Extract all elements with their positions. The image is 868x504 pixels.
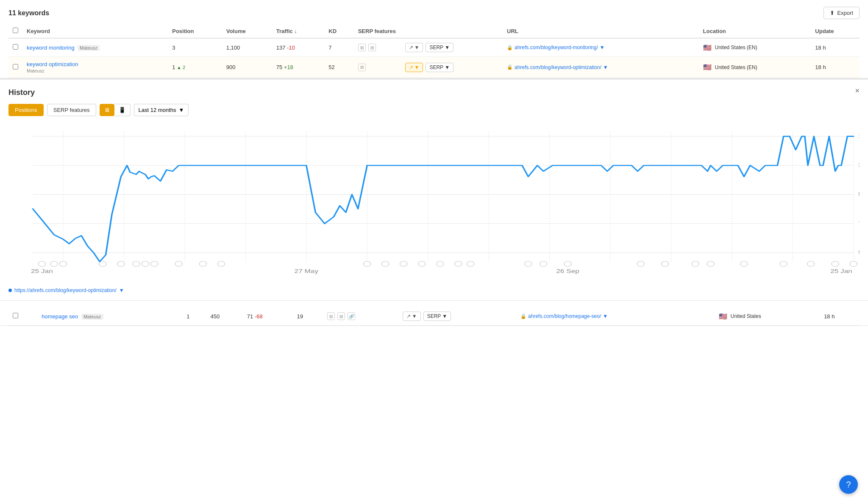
serp-icon-3: 🔗 xyxy=(348,312,355,320)
location-text: United States (EN) xyxy=(715,64,757,70)
svg-text:26 Sep: 26 Sep xyxy=(556,268,579,274)
svg-point-56 xyxy=(832,261,839,267)
trend-chart-button-active[interactable]: ↗ ▼ xyxy=(405,63,423,72)
device-mobile-button[interactable]: 📱 xyxy=(114,104,131,116)
svg-point-32 xyxy=(117,261,125,267)
history-controls: Positions SERP features 🖥 📱 Last 12 mont… xyxy=(8,104,860,116)
svg-text:25 Jan: 25 Jan xyxy=(31,268,53,274)
device-group: 🖥 📱 xyxy=(100,104,131,116)
url-dropdown-icon: ▼ xyxy=(603,64,608,70)
traffic-change: +18 xyxy=(284,64,293,70)
traffic-cell: 75 +18 xyxy=(272,57,325,78)
update-cell: 18 h xyxy=(811,38,860,57)
device-desktop-button[interactable]: 🖥 xyxy=(100,104,114,116)
location-cell: 🇺🇸 United States (EN) xyxy=(703,63,807,71)
url-link[interactable]: ahrefs.com/blog/keyword-optimization/ xyxy=(515,64,601,70)
traffic-change: -10 xyxy=(287,45,295,51)
chart-legend: https://ahrefs.com/blog/keyword-optimiza… xyxy=(8,287,860,293)
lock-icon: 🔒 xyxy=(507,64,513,70)
svg-point-45 xyxy=(467,261,474,267)
period-select[interactable]: Last 12 months ▼ xyxy=(134,104,189,116)
serp-button[interactable]: SERP ▼ xyxy=(423,312,451,321)
row-checkbox[interactable] xyxy=(13,44,18,50)
svg-point-52 xyxy=(707,261,714,267)
svg-point-47 xyxy=(540,261,547,267)
chart-container: 1 3 5 7 9 25 Jan 27 May 26 Sep 25 Jan xyxy=(8,123,860,284)
svg-point-42 xyxy=(418,261,426,267)
traffic-cell: 71 -68 xyxy=(243,307,293,326)
pos-change: ▲ 2 xyxy=(177,65,185,70)
export-button[interactable]: ⬆ Export xyxy=(823,7,860,19)
svg-point-31 xyxy=(99,261,106,267)
serp-button[interactable]: SERP ▼ xyxy=(426,63,453,72)
close-button[interactable]: × xyxy=(855,86,860,95)
row-checkbox[interactable] xyxy=(13,313,18,318)
svg-point-36 xyxy=(175,261,182,267)
col-kd: KD xyxy=(324,24,353,38)
history-title: History xyxy=(8,88,860,97)
svg-point-44 xyxy=(455,261,462,267)
col-volume: Volume xyxy=(222,24,272,38)
export-icon: ⬆ xyxy=(830,10,835,16)
trend-up-icon: ↗ xyxy=(406,313,411,319)
dropdown-icon: ▼ xyxy=(415,64,420,70)
url-cell: 🔒 ahrefs.com/blog/keyword-optimization/ … xyxy=(507,64,695,70)
url-link[interactable]: ahrefs.com/blog/keyword-monitoring/ xyxy=(515,45,598,50)
serp-icon-1: ⊟ xyxy=(327,312,335,320)
row-checkbox[interactable] xyxy=(13,64,18,70)
col-update: Update xyxy=(811,24,860,38)
serp-icon-1: ⊟ xyxy=(358,64,366,71)
chart-line xyxy=(33,136,853,262)
url-dropdown-icon: ▼ xyxy=(603,313,608,319)
trend-chart-button[interactable]: ↗ ▼ xyxy=(405,43,423,52)
update-cell: 18 h xyxy=(811,57,860,78)
serp-dropdown-icon: ▼ xyxy=(445,45,450,50)
svg-point-28 xyxy=(38,261,45,267)
row-actions: ↗ ▼ SERP ▼ xyxy=(405,63,498,72)
svg-point-46 xyxy=(525,261,532,267)
kd-cell: 7 xyxy=(324,38,353,57)
svg-text:5: 5 xyxy=(858,191,860,197)
svg-point-39 xyxy=(364,261,371,267)
serp-icons: ⊟ xyxy=(358,64,397,71)
history-panel: History × Positions SERP features 🖥 📱 La… xyxy=(0,78,868,301)
mobile-icon: 📱 xyxy=(119,107,126,113)
author-badge: Mateusz xyxy=(81,314,103,320)
svg-point-38 xyxy=(217,261,225,267)
traffic-cell: 137 -10 xyxy=(272,38,325,57)
serp-dropdown-icon: ▼ xyxy=(442,313,447,319)
location-cell: 🇺🇸 United States (EN) xyxy=(703,44,807,52)
svg-point-49 xyxy=(637,261,644,267)
url-link[interactable]: ahrefs.com/blog/homepage-seo/ xyxy=(528,313,601,319)
keyword-link[interactable]: keyword monitoring xyxy=(27,45,75,51)
keyword-link[interactable]: homepage seo xyxy=(42,313,78,320)
tab-serp-features[interactable]: SERP features xyxy=(47,104,96,116)
legend-url[interactable]: https://ahrefs.com/blog/keyword-optimiza… xyxy=(14,287,117,293)
flag-icon: 🇺🇸 xyxy=(703,44,712,52)
keyword-link[interactable]: keyword optimization xyxy=(27,61,78,67)
location-cell: 🇺🇸 United States xyxy=(719,312,815,320)
svg-point-54 xyxy=(780,261,787,267)
trend-chart-button[interactable]: ↗ ▼ xyxy=(403,312,421,321)
dropdown-icon: ▼ xyxy=(412,313,417,319)
serp-button[interactable]: SERP ▼ xyxy=(426,43,453,52)
svg-point-40 xyxy=(382,261,389,267)
export-label: Export xyxy=(837,10,853,16)
svg-point-35 xyxy=(151,261,158,267)
table-row: keyword monitoring Mateusz 3 1,100 137 -… xyxy=(8,38,860,57)
serp-icons: ⊟ ⊟ 🔗 xyxy=(327,312,394,320)
svg-point-30 xyxy=(59,261,67,267)
col-location: Location xyxy=(699,24,811,38)
serp-icon-1: ⊟ xyxy=(358,44,366,51)
volume-cell: 900 xyxy=(222,57,272,78)
dropdown-icon: ▼ xyxy=(415,45,420,50)
select-all-checkbox[interactable] xyxy=(13,28,18,33)
col-serp: SERP features xyxy=(354,24,503,38)
help-button[interactable]: ? xyxy=(839,475,858,494)
tab-positions[interactable]: Positions xyxy=(8,104,44,116)
update-cell: 18 h xyxy=(820,307,860,326)
flag-icon: 🇺🇸 xyxy=(703,63,712,71)
svg-text:27 May: 27 May xyxy=(295,268,319,274)
svg-point-50 xyxy=(661,261,668,267)
location-text: United States (EN) xyxy=(715,45,757,50)
